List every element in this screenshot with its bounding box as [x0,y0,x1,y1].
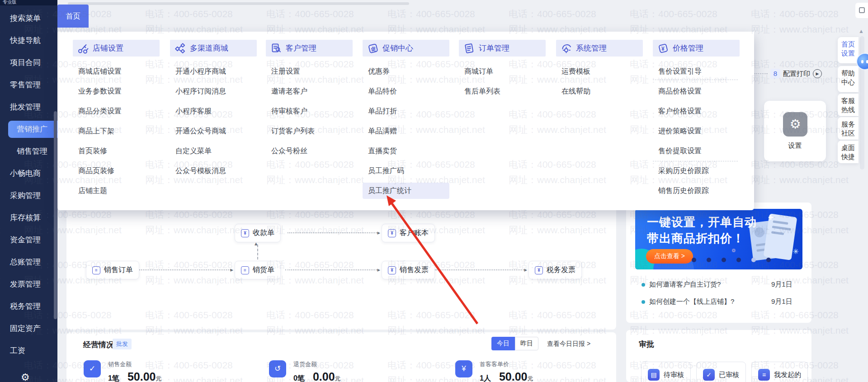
menu-item-单品打折[interactable]: 单品打折 [363,103,449,119]
menu-item-直播卖货[interactable]: 直播卖货 [363,143,449,159]
print-config-label[interactable]: 配置打印 [783,70,810,78]
sidebar-item-11[interactable]: 资金管理 [0,231,57,249]
flow-node-税务发票[interactable]: ¥税务发票 [528,261,582,279]
banner-cta-button[interactable]: 点击查看 > [646,249,693,264]
sidebar-item-9[interactable]: 采购管理 [0,187,57,204]
menu-item-开通公众号商城[interactable]: 开通公众号商城 [170,123,257,139]
menu-item-售价提取设置[interactable]: 售价提取设置 [653,143,740,159]
menu-item-邀请老客户[interactable]: 邀请老客户 [266,83,353,99]
menu-item-商城订单[interactable]: 商城订单 [459,63,546,80]
menu-item-销售历史价跟踪[interactable]: 销售历史价跟踪 [653,183,740,199]
sidebar-settings-gear-icon[interactable]: ⚙ [21,372,30,382]
today-button[interactable]: 今日 [491,337,515,350]
menu-item-自定义菜单[interactable]: 自定义菜单 [170,143,257,159]
menu-item-进价策略设置[interactable]: 进价策略设置 [653,123,740,139]
menu-item-注册设置[interactable]: 注册设置 [266,63,353,80]
menu-item-商品上下架[interactable]: 商品上下架 [73,123,160,139]
yesterday-button[interactable]: 昨日 [515,337,538,350]
flow-node-收款单[interactable]: ¥收款单 [235,224,281,242]
settings-gear-icon[interactable]: ⚙ [783,112,807,137]
menu-item-首页装修[interactable]: 首页装修 [73,143,160,159]
menu-item-运费模板[interactable]: 运费模板 [556,63,643,80]
sidebar-item-12[interactable]: 总账管理 [0,254,57,271]
menu-item-售价设置引导[interactable]: 售价设置引导 [653,63,740,80]
news-date: 9月1日 [771,280,793,289]
flow-node-销货单[interactable]: ≡销货单 [235,261,281,279]
news-item-2[interactable]: 如何创建一个【线上店铺】?9月1日 [642,297,804,308]
sidebar-item-13[interactable]: 发票管理 [0,276,57,293]
menu-column-header-6: 系统管理 [556,40,643,57]
menu-item-业务参数设置[interactable]: 业务参数设置 [73,83,160,99]
approval-button-我发起的[interactable]: ≡我发起的 [751,362,808,382]
flow-node-销售订单[interactable]: ≡销售订单 [86,261,139,279]
sidebar-scrollbar[interactable] [54,111,57,319]
flow-node-label: 客户账本 [400,228,429,238]
menu-item-订货客户列表[interactable]: 订货客户列表 [266,123,353,139]
daily-report-link[interactable]: 查看今日日报 > [547,340,590,348]
menu-item-公众号粉丝[interactable]: 公众号粉丝 [266,143,353,159]
metric-unit: 元 [527,375,533,382]
menu-item-商品价格设置[interactable]: 商品价格设置 [653,83,740,99]
metric-销售金额: ✓销售金额1笔50.00元 [84,360,161,382]
approval-button-已审核[interactable]: ✓已审核 [696,362,746,382]
menu-column-header-3: 客户管理 [266,40,353,57]
flow-node-销售发票[interactable]: ¥销售发票 [382,261,435,279]
news-item-1[interactable]: 如何邀请客户自主订货?9月1日 [642,279,804,291]
menu-item-客户价格设置[interactable]: 客户价格设置 [653,103,740,119]
menu-item-员工推广码[interactable]: 员工推广码 [363,163,449,179]
tab-home[interactable]: 首页 [57,5,89,28]
sidebar-item-4[interactable]: 零售管理 [0,76,57,94]
edge-tab-首页设置[interactable]: 首页设置 [838,37,859,63]
sidebar-item-3[interactable]: 项目合同 [0,54,57,71]
sidebar-item-2[interactable]: 快捷导航 [0,32,57,49]
menu-item-商品页装修[interactable]: 商品页装修 [73,163,160,179]
promo-banner[interactable]: 一键设置，开单自动 带出商品折扣价！ + ✳ 点击查看 > [635,209,802,269]
menu-item-员工推广统计[interactable]: 员工推广统计 [363,183,449,199]
sidebar-item-1[interactable]: 搜索菜单 [0,10,57,27]
svg-text:¥: ¥ [661,45,665,52]
menu-item-售后单列表[interactable]: 售后单列表 [459,83,546,99]
menu-item-小程序订阅消息[interactable]: 小程序订阅消息 [170,83,257,99]
approval-button-待审核[interactable]: ▤待审核 [641,362,691,382]
metric-count: 1人 [480,374,491,382]
sidebar-item-8[interactable]: 小畅电商 [0,165,57,182]
edge-tab-帮助中心[interactable]: 帮助中心 [838,66,859,92]
window-collapse-button[interactable] [855,3,868,18]
edge-tab-客服热线[interactable]: 客服热线 [838,94,859,116]
menu-item-店铺主题[interactable]: 店铺主题 [73,183,160,199]
sidebar: 专业版 搜索菜单快捷导航项目合同零售管理批发管理营销推广销售管理小畅电商采购管理… [0,0,57,382]
menu-item-商城店铺设置[interactable]: 商城店铺设置 [73,63,160,80]
menu-item-待审核客户[interactable]: 待审核客户 [266,103,353,119]
sidebar-item-6[interactable]: 营销推广 [8,121,57,138]
watermark-text: 电话：400-665-0028网址：www.chanjet.net [751,157,849,188]
sidebar-item-7[interactable]: 销售管理 [0,143,57,160]
sidebar-item-5[interactable]: 批发管理 [0,99,57,116]
metric-首客客单价: ¥首客客单价1人50.00元 [455,360,533,382]
sidebar-item-16[interactable]: 工资 [0,342,57,359]
sidebar-item-15[interactable]: 固定资产 [0,320,57,337]
menu-item-开通小程序商城[interactable]: 开通小程序商城 [170,63,257,80]
menu-item-商品分类设置[interactable]: 商品分类设置 [73,103,160,119]
play-circle-icon[interactable]: ▶ [813,69,822,78]
flow-node-label: 收款单 [253,228,274,238]
metric-icon: ↺ [269,360,286,377]
menu-item-公众号模板消息[interactable]: 公众号模板消息 [170,163,257,179]
menu-column-header-5: 订单管理 [459,40,546,57]
edge-tab-桌面快捷[interactable]: 桌面快捷 [838,141,859,163]
menu-item-小程序客服[interactable]: 小程序客服 [170,103,257,119]
banner-dot [751,258,756,262]
sidebar-item-10[interactable]: 库存核算 [0,209,57,226]
approval-title: 审批 [639,339,654,349]
menu-item-采购历史价跟踪[interactable]: 采购历史价跟踪 [653,163,740,179]
edge-tab-服务社区[interactable]: 服务社区 [838,117,859,140]
menu-item-在线帮助[interactable]: 在线帮助 [556,83,643,99]
top-scroll-handle [68,2,409,5]
menu-item-优惠券[interactable]: 优惠券 [363,63,449,80]
menu-item-单品满赠[interactable]: 单品满赠 [363,123,449,139]
edge-tab-label: 客服热线 [841,96,855,114]
sidebar-item-14[interactable]: 税务管理 [0,298,57,315]
flow-node-客户账本[interactable]: ¥客户账本 [382,224,435,242]
scroll-up-arrow-icon[interactable]: ▲ [859,28,864,34]
settings-card: ⚙ 设置 [764,101,826,161]
menu-item-单品特价[interactable]: 单品特价 [363,83,449,99]
